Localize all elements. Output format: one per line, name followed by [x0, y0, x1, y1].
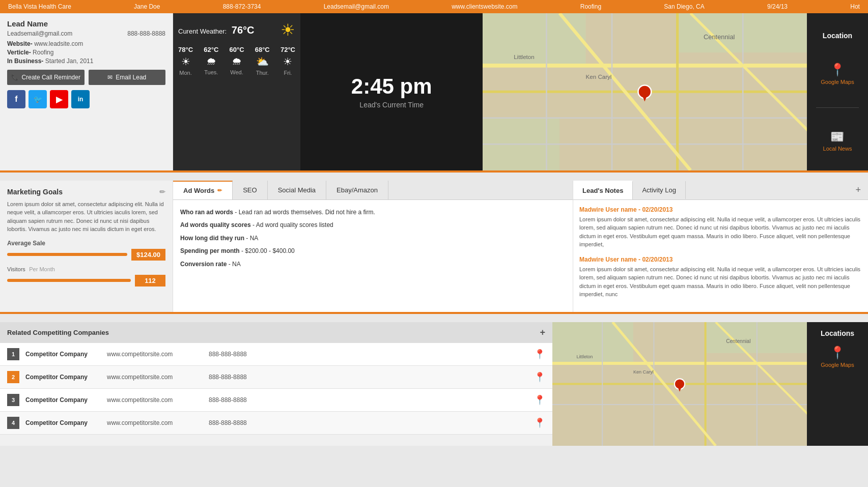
topbar-email: Leadsemail@gmail.com: [324, 3, 389, 10]
svg-text:Centennial: Centennial: [726, 338, 750, 343]
time-panel: 2:45 pm Lead's Current Time: [300, 13, 483, 170]
average-sale-bar: [7, 253, 127, 256]
competitor-phone: 888-888-8888: [209, 374, 534, 381]
competitor-map-pin-icon[interactable]: 📍: [534, 371, 545, 383]
competitor-num: 3: [7, 394, 19, 406]
competitor-url[interactable]: www.competitorsite.com: [107, 374, 209, 381]
visitors-bar: [7, 279, 131, 282]
locations-panel: Locations 📍 Google Maps: [807, 322, 868, 446]
lead-business-label: In Business-: [7, 58, 43, 65]
youtube-icon[interactable]: ▶: [50, 90, 68, 108]
time-display: 2:45 pm: [351, 74, 432, 99]
competitor-name: Competitor Company: [25, 419, 107, 426]
lead-email: Leadsemail@gmail.com: [7, 30, 72, 37]
competitors-list: 1 Competitor Company www.competitorsite.…: [0, 343, 552, 435]
topbar-location: San Diego, CA: [664, 3, 704, 10]
competitors-panel: Related Competiting Companies + 1 Compet…: [0, 322, 552, 446]
newspaper-icon: 📰: [830, 130, 844, 144]
lead-actions: 📞 Create Call Reminder ✉ Email Lead: [7, 70, 165, 85]
section-marketing: Marketing Goals ✏ Lorem ipsum dolor sit …: [0, 181, 868, 314]
weather-forecast: 78°C ☀ Mon. 62°C 🌧 Tues. 60°C 🌧 Wed. 68°…: [178, 46, 295, 76]
competitor-url[interactable]: www.competitorsite.com: [107, 419, 209, 426]
lead-vertical-value: Roofing: [33, 49, 53, 56]
competitor-phone: 888-888-8888: [209, 419, 534, 426]
table-row: 2 Competitor Company www.competitorsite.…: [0, 366, 552, 389]
notes-tab-activity-log[interactable]: Activity Log: [633, 181, 685, 199]
tab-seo[interactable]: SEO: [233, 181, 267, 199]
weather-panel: Curent Weather: 76°C ☀ 78°C ☀ Mon. 62°C …: [173, 13, 300, 170]
topbar-status: Hot: [850, 3, 860, 10]
note-author: Madwire User name - 02/20/2013: [579, 206, 862, 213]
adwords-row: How long did they run - NA: [180, 233, 566, 244]
visitors-bar-container: 112: [7, 275, 165, 287]
lead-website-row: Website- www.leadsite.com: [7, 40, 165, 47]
competitors-title: Related Competiting Companies: [7, 329, 109, 336]
note-text: Lorem ipsum dolor sit amet, consectetur …: [579, 215, 862, 249]
edit-marketing-icon[interactable]: ✏: [159, 188, 165, 196]
adwords-row: Ad words quality scores - Ad word qualit…: [180, 220, 566, 231]
lead-info-panel: Lead Name Leadsemail@gmail.com 888-888-8…: [0, 13, 173, 170]
create-call-reminder-button[interactable]: 📞 Create Call Reminder: [7, 70, 85, 85]
linkedin-icon[interactable]: in: [71, 90, 90, 108]
competitor-url[interactable]: www.competitorsite.com: [107, 396, 209, 404]
adwords-row: Who ran ad words - Lead ran ad words the…: [180, 207, 566, 218]
weather-current-temp: 76°C: [232, 24, 255, 36]
map-section: Centennial Littleton Ken Caryl: [483, 13, 807, 170]
competitor-name: Competitor Company: [25, 396, 107, 404]
notes-content: Madwire User name - 02/20/2013 Lorem ips…: [573, 200, 868, 312]
svg-text:Ken Caryl: Ken Caryl: [586, 74, 612, 80]
competitor-name: Competitor Company: [25, 374, 107, 381]
lead-name: Lead Name: [7, 19, 165, 28]
competitor-map-pin-icon[interactable]: 📍: [534, 417, 545, 428]
google-maps-link[interactable]: 📍 Google Maps: [821, 63, 854, 85]
lead-phone: 888-888-8888: [127, 30, 165, 37]
weather-current-info: Curent Weather: 76°C: [178, 24, 254, 36]
tab-social[interactable]: Social Media: [268, 181, 326, 199]
add-competitor-button[interactable]: +: [540, 327, 545, 338]
add-note-button[interactable]: +: [848, 181, 868, 199]
competitor-map-pin-icon[interactable]: 📍: [534, 394, 545, 406]
lead-contact-row: Leadsemail@gmail.com 888-888-8888: [7, 30, 165, 37]
topbar-phone: 888-872-3734: [223, 3, 261, 10]
location-divider: [816, 107, 858, 108]
google-maps-label: Google Maps: [821, 79, 854, 85]
email-lead-button[interactable]: ✉ Email Lead: [89, 70, 166, 85]
note-entry-1: Madwire User name - 02/20/2013 Lorem ips…: [579, 256, 862, 299]
section-lead-overview: Lead Name Leadsemail@gmail.com 888-888-8…: [0, 13, 868, 173]
weather-day-fri: 72°C ☀ Fri.: [281, 46, 295, 76]
facebook-icon[interactable]: f: [7, 90, 25, 108]
table-row: 3 Competitor Company www.competitorsite.…: [0, 389, 552, 412]
competitor-map-pin-icon[interactable]: 📍: [534, 349, 545, 360]
locations-google-maps-link[interactable]: 📍 Google Maps: [821, 346, 854, 368]
competitor-url[interactable]: www.competitorsite.com: [107, 351, 209, 358]
svg-text:Ken Caryl: Ken Caryl: [633, 369, 654, 375]
tab-adwords[interactable]: Ad Words ✏: [173, 181, 233, 199]
twitter-icon[interactable]: 🐦: [29, 90, 47, 108]
visitors-label: Visitors Per Month: [7, 266, 165, 273]
note-text: Lorem ipsum dolor sit amet, consectetur …: [579, 265, 862, 299]
location-title-text: Location: [823, 32, 852, 40]
tab-ebay[interactable]: Ebay/Amazon: [326, 181, 388, 199]
notes-header: Lead's NotesActivity Log+: [573, 181, 868, 200]
section-competitors: Related Competiting Companies + 1 Compet…: [0, 322, 868, 446]
competitor-num: 1: [7, 348, 19, 360]
spacer1: [0, 173, 868, 177]
location-panel: Location 📍 Google Maps 📰 Local News: [807, 13, 868, 170]
competitor-num: 2: [7, 371, 19, 383]
topbar-website: www.clientswebsite.com: [452, 3, 517, 10]
tab-edit-icon: ✏: [217, 187, 222, 194]
lead-business-row: In Business- Started Jan, 2011: [7, 58, 165, 65]
visitors-value: 112: [135, 275, 165, 287]
average-sale-value: $124.00: [131, 249, 165, 261]
map-pin-icon: 📍: [830, 63, 845, 77]
local-news-link[interactable]: 📰 Local News: [823, 130, 852, 152]
lead-business-value: Started Jan, 2011: [45, 58, 94, 65]
note-entry-0: Madwire User name - 02/20/2013 Lorem ips…: [579, 206, 862, 249]
lead-website-label: Website-: [7, 40, 33, 47]
weather-current: Curent Weather: 76°C ☀: [178, 20, 295, 40]
topbar-vertical: Roofing: [580, 3, 601, 10]
marketing-panel: Marketing Goals ✏ Lorem ipsum dolor sit …: [0, 181, 173, 312]
tabs-section: Ad Words ✏SEOSocial MediaEbay/Amazon Who…: [173, 181, 573, 312]
notes-tab-lead's-notes[interactable]: Lead's Notes: [573, 181, 633, 199]
local-news-label: Local News: [823, 146, 852, 152]
